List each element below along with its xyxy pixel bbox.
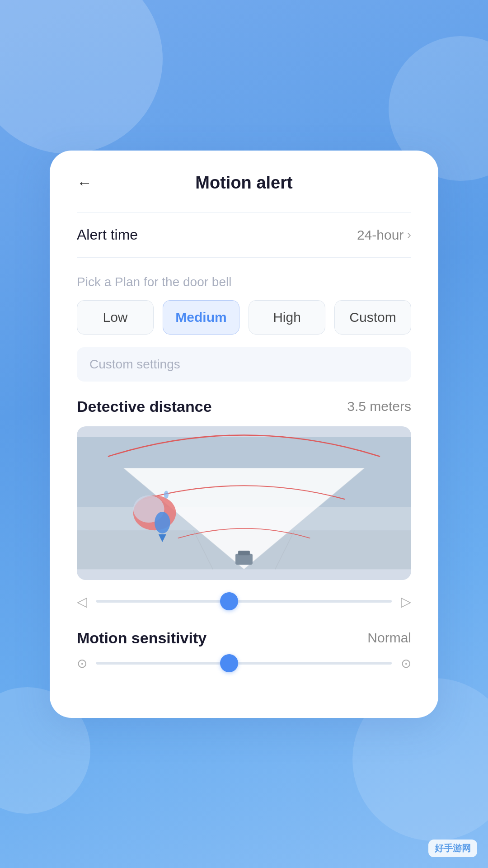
main-card: ← Motion alert Alert time 24-hour › Pick… — [50, 151, 438, 718]
radar-visualization — [77, 426, 411, 580]
plan-label: Pick a Plan for the door bell — [77, 275, 411, 289]
motion-sensitivity-slider-thumb[interactable] — [220, 654, 238, 672]
plan-btn-custom[interactable]: Custom — [334, 300, 411, 335]
back-button[interactable]: ← — [77, 175, 92, 190]
svg-rect-9 — [238, 550, 250, 555]
chevron-right-icon: › — [407, 228, 411, 242]
detective-distance-label: Detective distance — [77, 398, 212, 415]
svg-point-13 — [155, 511, 170, 533]
plan-btn-high[interactable]: High — [249, 300, 325, 335]
page-header: ← Motion alert — [77, 173, 411, 193]
watermark: 好手游网 — [428, 840, 477, 857]
custom-settings-section: Custom settings — [77, 347, 411, 382]
volume-high-icon: ▷ — [401, 594, 411, 609]
motion-sensitivity-slider-fill — [96, 662, 229, 665]
motion-sensitivity-slider-track[interactable] — [96, 662, 392, 665]
plan-btn-medium[interactable]: Medium — [163, 300, 239, 335]
alert-time-label: Alert time — [77, 226, 138, 243]
plan-btn-low[interactable]: Low — [77, 300, 154, 335]
sensitivity-high-icon: ⊙ — [401, 656, 411, 671]
alert-time-row[interactable]: Alert time 24-hour › — [77, 213, 411, 257]
volume-slider-thumb[interactable] — [220, 592, 238, 610]
custom-settings-label: Custom settings — [89, 357, 180, 371]
volume-slider-fill — [96, 600, 229, 603]
radar-svg — [77, 426, 411, 580]
motion-sensitivity-row: Motion sensitivity Normal — [77, 629, 411, 647]
alert-time-text: 24-hour — [357, 227, 404, 243]
volume-slider-row: ◁ ▷ — [77, 594, 411, 609]
sensitivity-low-icon: ⊙ — [77, 656, 87, 671]
alert-time-value: 24-hour › — [357, 227, 411, 243]
motion-sensitivity-value: Normal — [367, 630, 411, 646]
detective-distance-row: Detective distance 3.5 meters — [77, 398, 411, 415]
bg-decoration-tl — [0, 0, 163, 154]
detective-distance-value: 3.5 meters — [347, 399, 411, 414]
page-title: Motion alert — [195, 173, 292, 193]
svg-rect-8 — [235, 553, 253, 564]
volume-low-icon: ◁ — [77, 594, 87, 609]
motion-sensitivity-slider-row: ⊙ ⊙ — [77, 656, 411, 671]
motion-sensitivity-label: Motion sensitivity — [77, 629, 206, 647]
plan-buttons: Low Medium High Custom — [77, 300, 411, 335]
volume-slider-track[interactable] — [96, 600, 392, 603]
svg-point-16 — [164, 491, 169, 498]
